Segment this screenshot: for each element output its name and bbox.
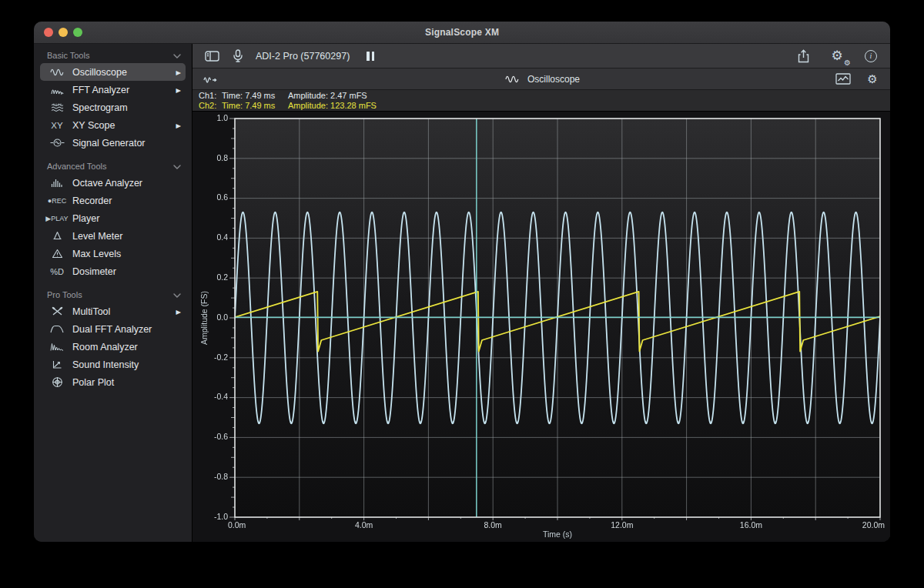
- share-button[interactable]: [793, 47, 813, 65]
- sidebar-item-multitool[interactable]: MultiTool▶: [40, 302, 186, 320]
- gear-icon: ⚙: [867, 72, 877, 86]
- detail-arrow-icon[interactable]: ▶: [176, 308, 181, 315]
- octave-analyzer-icon: [46, 178, 68, 188]
- cursor-readout: Ch1: Time: 7.49 ms Amplitude: 2.47 mFS C…: [192, 90, 890, 112]
- sidebar-item-recorder[interactable]: ●RECRecorder: [40, 192, 186, 209]
- minimize-window-button[interactable]: [59, 28, 68, 37]
- titlebar: SignalScope XM: [34, 22, 890, 44]
- sidebar-item-label: Max Levels: [68, 249, 181, 259]
- sidebar-item-player[interactable]: ▶PLAYPlayer: [40, 209, 186, 227]
- room-analyzer-icon: [46, 342, 68, 352]
- sidebar-toggle-icon: [205, 51, 219, 62]
- signal-generator-icon: [46, 138, 68, 148]
- app-window: SignalScope XM Basic ToolsOscilloscope▶F…: [34, 22, 890, 542]
- sidebar-item-label: Dual FFT Analyzer: [68, 324, 181, 335]
- window-title: SignalScope XM: [34, 27, 890, 38]
- sidebar-item-label: MultiTool: [68, 306, 176, 317]
- pause-button[interactable]: [360, 47, 380, 65]
- info-button[interactable]: i: [861, 47, 881, 65]
- level-meter-icon: [46, 231, 68, 241]
- sine-wave-icon: [46, 68, 68, 77]
- chart-area: [192, 112, 890, 542]
- spectrogram-icon: [46, 102, 68, 112]
- sidebar: Basic ToolsOscilloscope▶FFT Analyzer▶Spe…: [34, 44, 192, 542]
- sidebar-item-room-analyzer[interactable]: Room Analyzer: [40, 338, 186, 356]
- multitool-icon: [46, 306, 68, 316]
- sidebar-section-header: Basic Tools: [34, 48, 192, 63]
- ch2-amplitude: Amplitude: 123.28 mFS: [288, 101, 377, 111]
- detail-arrow-icon[interactable]: ▶: [176, 122, 181, 129]
- sidebar-item-label: Polar Plot: [68, 377, 181, 388]
- sidebar-item-fft-analyzer[interactable]: FFT Analyzer▶: [40, 81, 186, 99]
- zoom-window-button[interactable]: [73, 28, 82, 37]
- close-window-button[interactable]: [44, 28, 53, 37]
- sine-wave-icon: [503, 75, 521, 84]
- polar-plot-icon: [46, 376, 68, 388]
- sidebar-item-label: Room Analyzer: [68, 342, 181, 352]
- section-label: Advanced Tools: [47, 162, 106, 171]
- sidebar-item-oscilloscope[interactable]: Oscilloscope▶: [40, 63, 186, 81]
- scope-header: Oscilloscope ⚙: [192, 68, 890, 90]
- sidebar-section-header: Advanced Tools: [34, 159, 192, 174]
- chevron-down-icon[interactable]: [173, 162, 181, 171]
- sidebar-item-level-meter[interactable]: Level Meter: [40, 227, 186, 245]
- chevron-down-icon[interactable]: [173, 51, 181, 60]
- main-toolbar: ADI-2 Pro (57760297) ⚙⚙ i: [192, 44, 890, 68]
- ch1-time: Time: 7.49 ms: [222, 91, 288, 101]
- sidebar-item-label: Spectrogram: [68, 102, 181, 113]
- sidebar-item-label: Octave Analyzer: [68, 178, 181, 189]
- sidebar-item-xy-scope[interactable]: XYXY Scope▶: [40, 116, 186, 134]
- share-icon: [798, 49, 809, 63]
- sidebar-item-polar-plot[interactable]: Polar Plot: [40, 373, 186, 391]
- scope-settings-button[interactable]: ⚙: [862, 70, 882, 89]
- play-icon: ▶PLAY: [46, 215, 68, 222]
- sidebar-toggle-button[interactable]: [202, 47, 222, 65]
- oscilloscope-plot[interactable]: [192, 112, 890, 542]
- sidebar-section-header: Pro Tools: [34, 287, 192, 302]
- xy-icon: XY: [46, 121, 68, 130]
- fft-icon: [46, 85, 68, 95]
- sidebar-item-label: XY Scope: [68, 120, 176, 131]
- tool-settings-button[interactable]: ⚙⚙: [827, 47, 847, 65]
- section-label: Pro Tools: [47, 290, 82, 299]
- traffic-lights: [44, 22, 82, 43]
- ch2-label: Ch2:: [199, 101, 222, 111]
- ch1-label: Ch1:: [199, 91, 222, 101]
- sidebar-item-max-levels[interactable]: Max Levels: [40, 245, 186, 262]
- sidebar-item-spectrogram[interactable]: Spectrogram: [40, 99, 186, 116]
- display-options-button[interactable]: [833, 70, 853, 89]
- sound-intensity-icon: [46, 359, 68, 369]
- sidebar-item-label: Level Meter: [68, 231, 181, 242]
- input-signal-icon: [203, 74, 218, 85]
- detail-arrow-icon[interactable]: ▶: [176, 68, 181, 75]
- ch2-readout: Ch2: Time: 7.49 ms Amplitude: 123.28 mFS: [199, 101, 890, 111]
- ch2-time: Time: 7.49 ms: [222, 101, 288, 111]
- device-label[interactable]: ADI-2 Pro (57760297): [256, 51, 350, 62]
- input-signal-button[interactable]: [200, 70, 220, 89]
- sidebar-item-label: Oscilloscope: [68, 67, 176, 78]
- sidebar-item-label: Signal Generator: [68, 138, 181, 149]
- dosimeter-icon: %D: [46, 267, 68, 276]
- gears-icon: ⚙⚙: [831, 49, 842, 62]
- ch1-amplitude: Amplitude: 2.47 mFS: [288, 91, 367, 101]
- sidebar-item-label: Player: [68, 213, 181, 224]
- sidebar-item-dual-fft-analyzer[interactable]: Dual FFT Analyzer: [40, 320, 186, 338]
- sidebar-item-sound-intensity[interactable]: Sound Intensity: [40, 356, 186, 373]
- dual-fft-icon: [46, 325, 68, 333]
- info-icon: i: [865, 50, 877, 62]
- input-source-button[interactable]: [228, 47, 248, 65]
- microphone-icon: [233, 49, 243, 62]
- sidebar-item-dosimeter[interactable]: %DDosimeter: [40, 262, 186, 280]
- main-content: ADI-2 Pro (57760297) ⚙⚙ i: [192, 44, 890, 542]
- sidebar-item-label: FFT Analyzer: [68, 85, 176, 95]
- scope-title: Oscilloscope: [527, 74, 580, 85]
- chevron-down-icon[interactable]: [173, 290, 181, 299]
- sidebar-item-octave-analyzer[interactable]: Octave Analyzer: [40, 174, 186, 192]
- sidebar-item-label: Recorder: [68, 195, 181, 206]
- max-levels-icon: [46, 249, 68, 259]
- sidebar-item-label: Dosimeter: [68, 266, 181, 277]
- chart-display-icon: [835, 73, 851, 85]
- sidebar-item-signal-generator[interactable]: Signal Generator: [40, 134, 186, 152]
- rec-icon: ●REC: [46, 197, 68, 205]
- detail-arrow-icon[interactable]: ▶: [176, 86, 181, 93]
